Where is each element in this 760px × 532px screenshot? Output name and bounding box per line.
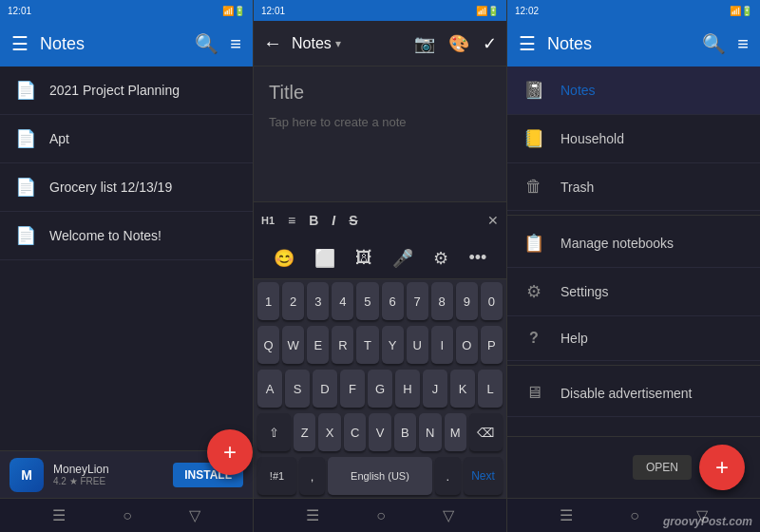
manage-menu-icon: 📋: [522, 233, 545, 254]
menu-item-household[interactable]: 📒 Household: [507, 115, 760, 163]
key-x[interactable]: X: [318, 413, 340, 451]
menu-item-trash[interactable]: 🗑 Trash: [507, 163, 760, 211]
note-item-3[interactable]: 📄 Welcome to Notes!: [0, 212, 253, 260]
mic-btn[interactable]: 🎤: [392, 248, 413, 269]
key-period[interactable]: .: [435, 457, 461, 495]
key-d[interactable]: D: [313, 370, 337, 408]
key-z[interactable]: Z: [294, 413, 315, 451]
key-o[interactable]: O: [456, 326, 478, 364]
nav-back-btn-2[interactable]: ▽: [443, 506, 454, 524]
menu-item-manage[interactable]: 📋 Manage notebooks: [507, 219, 760, 268]
format-bold-btn[interactable]: B: [309, 213, 318, 228]
key-backspace[interactable]: ⌫: [469, 413, 503, 451]
key-2[interactable]: 2: [282, 282, 304, 320]
key-l[interactable]: L: [478, 370, 503, 408]
key-7[interactable]: 7: [407, 282, 428, 320]
note-item-2[interactable]: 📄 Grocery list 12/13/19: [0, 163, 253, 212]
camera-icon[interactable]: 📷: [414, 33, 435, 54]
nav-menu-btn-3[interactable]: ☰: [560, 506, 573, 524]
sidebar-menu-icon[interactable]: ☰: [519, 32, 536, 55]
key-j[interactable]: J: [423, 370, 447, 408]
format-strike-btn[interactable]: S: [349, 213, 357, 228]
format-list-btn[interactable]: ≡: [288, 213, 295, 228]
key-c[interactable]: C: [344, 413, 366, 451]
nav-back-btn[interactable]: ▽: [189, 506, 200, 524]
key-a[interactable]: A: [257, 370, 282, 408]
clipboard-btn[interactable]: ⬜: [314, 248, 335, 269]
open-button[interactable]: OPEN: [633, 455, 692, 480]
menu-item-disable-ad[interactable]: 🖥 Disable advertisement: [507, 370, 760, 417]
key-5[interactable]: 5: [356, 282, 378, 320]
note-body-placeholder[interactable]: Tap here to create a note: [269, 115, 491, 129]
note-title-input[interactable]: Title: [269, 82, 491, 104]
nav-home-btn-3[interactable]: ○: [630, 507, 639, 524]
key-w[interactable]: W: [282, 326, 304, 364]
format-close-btn[interactable]: ✕: [487, 213, 499, 228]
key-symbols[interactable]: !#1: [257, 457, 296, 495]
image-btn[interactable]: 🖼: [355, 248, 372, 268]
key-i[interactable]: I: [431, 326, 453, 364]
keyboard-a-row: A S D F G H J K L: [254, 367, 506, 410]
key-6[interactable]: 6: [382, 282, 404, 320]
menu-item-help[interactable]: ? Help: [507, 316, 760, 361]
key-f[interactable]: F: [340, 370, 365, 408]
settings-menu-icon: ⚙: [522, 281, 545, 302]
key-k[interactable]: K: [450, 370, 475, 408]
more-btn[interactable]: •••: [468, 248, 486, 268]
keyboard-z-row: ⇧ Z X C V B N M ⌫: [254, 410, 506, 454]
nav-home-btn-2[interactable]: ○: [376, 507, 386, 524]
editor-title-label: Notes: [292, 35, 332, 52]
back-arrow-icon[interactable]: ←: [263, 32, 282, 54]
status-time-3: 12:02: [515, 6, 539, 16]
search-icon[interactable]: 🔍: [195, 32, 218, 55]
sort-icon[interactable]: ≡: [230, 33, 241, 55]
format-h1-btn[interactable]: H1: [261, 215, 275, 226]
key-0[interactable]: 0: [481, 282, 503, 320]
key-m[interactable]: M: [445, 413, 466, 451]
key-v[interactable]: V: [369, 413, 390, 451]
key-4[interactable]: 4: [332, 282, 353, 320]
key-h[interactable]: H: [395, 370, 420, 408]
menu-label-manage: Manage notebooks: [560, 236, 674, 251]
key-b[interactable]: B: [394, 413, 416, 451]
key-next[interactable]: Next: [464, 457, 503, 495]
nav-menu-btn[interactable]: ☰: [52, 506, 66, 524]
note-item-0[interactable]: 📄 2021 Project Planning: [0, 66, 253, 115]
key-q[interactable]: Q: [257, 326, 279, 364]
key-p[interactable]: P: [481, 326, 503, 364]
key-y[interactable]: Y: [382, 326, 404, 364]
check-icon[interactable]: ✓: [483, 33, 497, 54]
key-8[interactable]: 8: [431, 282, 453, 320]
format-italic-btn[interactable]: I: [332, 213, 335, 228]
menu-label-help: Help: [560, 331, 588, 346]
fab-button-1[interactable]: +: [207, 429, 253, 475]
menu-icon[interactable]: ☰: [11, 32, 28, 55]
key-n[interactable]: N: [419, 413, 441, 451]
key-u[interactable]: U: [407, 326, 428, 364]
emoji-btn[interactable]: 😊: [274, 248, 294, 269]
note-item-1[interactable]: 📄 Apt: [0, 115, 253, 163]
nav-menu-btn-2[interactable]: ☰: [306, 506, 319, 524]
sidebar-search-icon[interactable]: 🔍: [702, 32, 726, 55]
key-comma[interactable]: ,: [299, 457, 325, 495]
palette-icon[interactable]: 🎨: [448, 33, 469, 54]
key-r[interactable]: R: [332, 326, 353, 364]
key-t[interactable]: T: [356, 326, 378, 364]
key-g[interactable]: G: [368, 370, 392, 408]
menu-item-notes[interactable]: 📓 Notes: [507, 66, 760, 115]
app-title-1: Notes: [40, 34, 183, 54]
key-3[interactable]: 3: [307, 282, 329, 320]
key-1[interactable]: 1: [257, 282, 279, 320]
settings-btn[interactable]: ⚙: [433, 248, 448, 269]
dropdown-arrow-icon[interactable]: ▾: [335, 37, 341, 50]
menu-item-settings[interactable]: ⚙ Settings: [507, 268, 760, 316]
sidebar-sort-icon[interactable]: ≡: [737, 33, 749, 55]
key-shift[interactable]: ⇧: [257, 413, 291, 451]
key-s[interactable]: S: [285, 370, 310, 408]
fab-button-3[interactable]: +: [699, 445, 745, 490]
editor-area[interactable]: Title Tap here to create a note: [254, 66, 506, 201]
key-9[interactable]: 9: [456, 282, 478, 320]
nav-home-btn[interactable]: ○: [123, 507, 132, 524]
key-space[interactable]: English (US): [328, 457, 431, 495]
key-e[interactable]: E: [307, 326, 329, 364]
